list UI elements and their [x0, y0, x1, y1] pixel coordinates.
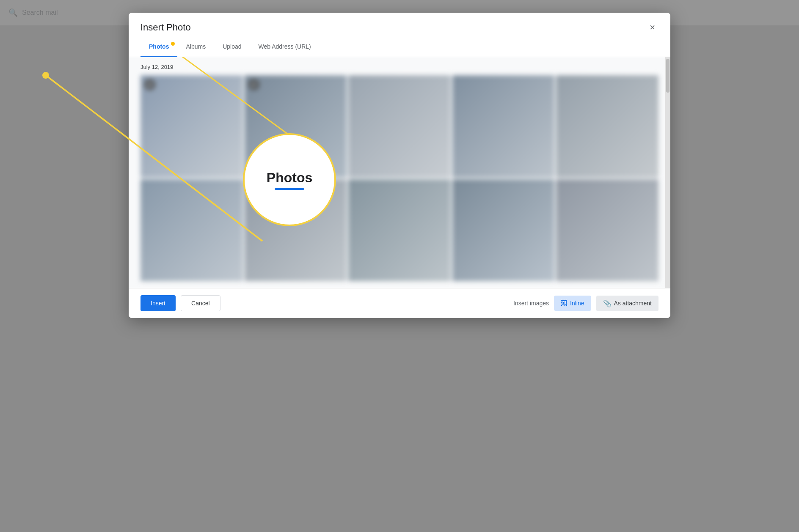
photo-item[interactable]: [141, 179, 243, 282]
photo-item[interactable]: ✓: [141, 75, 243, 178]
callout-text: Photos: [267, 170, 312, 186]
tabs-container: Photos Albums Upload Web Address (URL): [129, 37, 670, 57]
modal-title: Insert Photo: [141, 22, 191, 33]
insert-images-label: Insert images: [513, 300, 549, 307]
footer-actions-right: Insert images 🖼 Inline 📎 As attachment: [513, 296, 658, 311]
date-label: July 12, 2019: [141, 64, 658, 70]
modal-footer: Insert Cancel Insert images 🖼 Inline 📎 A…: [129, 288, 670, 318]
photo-item[interactable]: [556, 179, 658, 282]
paperclip-icon: 📎: [603, 299, 612, 307]
tab-upload[interactable]: Upload: [214, 37, 250, 57]
attachment-button[interactable]: 📎 As attachment: [596, 296, 659, 311]
photos-content: July 12, 2019 ✓ ✓: [129, 57, 670, 288]
photo-selected-check: ✓: [248, 79, 260, 90]
tab-url[interactable]: Web Address (URL): [250, 37, 320, 57]
photo-item[interactable]: [348, 75, 451, 178]
image-icon: 🖼: [561, 299, 568, 307]
scrollbar[interactable]: [665, 57, 670, 288]
inline-button[interactable]: 🖼 Inline: [554, 296, 591, 311]
close-button[interactable]: ×: [646, 21, 658, 34]
tab-photos[interactable]: Photos: [141, 37, 177, 57]
tab-dot-photos: [171, 42, 175, 46]
photo-item[interactable]: [348, 179, 451, 282]
callout-underline: [275, 188, 304, 190]
photo-grid: ✓ ✓: [141, 75, 658, 281]
inline-label: Inline: [570, 300, 584, 307]
insert-photo-dialog: Insert Photo × Photos Albums Upload Web …: [129, 13, 670, 318]
photo-item[interactable]: [556, 75, 658, 178]
modal-header: Insert Photo ×: [129, 13, 670, 34]
photo-item[interactable]: [452, 75, 555, 178]
photo-item[interactable]: [452, 179, 555, 282]
scrollbar-thumb: [666, 59, 670, 93]
footer-actions-left: Insert Cancel: [141, 295, 220, 311]
insert-button[interactable]: Insert: [141, 295, 176, 311]
callout-circle: Photos: [243, 133, 336, 226]
tab-albums[interactable]: Albums: [177, 37, 214, 57]
attachment-label: As attachment: [614, 300, 652, 307]
photo-selected-check: ✓: [144, 79, 156, 90]
modal-backdrop: Insert Photo × Photos Albums Upload Web …: [0, 0, 799, 532]
cancel-button[interactable]: Cancel: [181, 295, 220, 311]
